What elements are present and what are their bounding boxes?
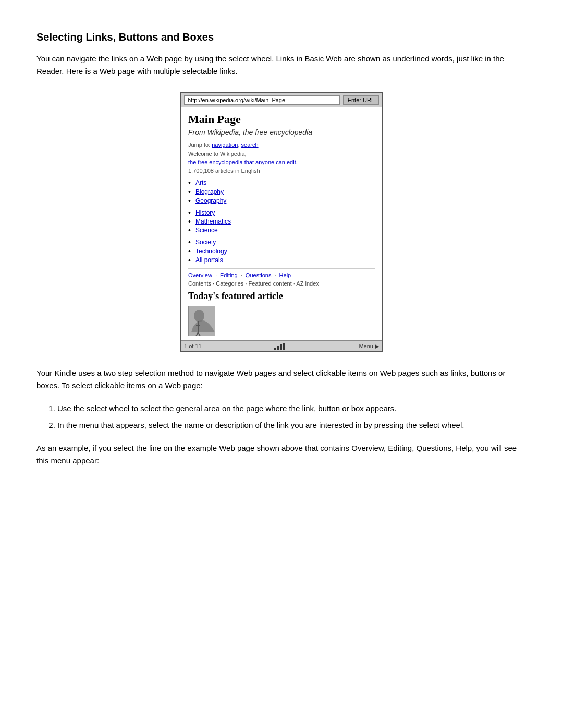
bullet-icon: • (188, 208, 195, 217)
list-item: • History (188, 209, 375, 217)
list-group-3: • Society • Technology • All portals (188, 239, 375, 264)
list-group-1: • Arts • Biography • Geography (188, 179, 375, 205)
numbered-list: Use the select wheel to select the gener… (57, 402, 527, 431)
az-index-link[interactable]: AZ index (296, 280, 319, 287)
browser-toolbar: http://en.wikipedia.org/wiki/Main_Page E… (181, 93, 382, 107)
wiki-nav-line-1: Overview · Editing · Questions · Help (188, 268, 375, 278)
list-item: • All portals (188, 256, 375, 264)
url-bar[interactable]: http://en.wikipedia.org/wiki/Main_Page (184, 95, 340, 105)
featured-article-image (188, 306, 215, 336)
overview-link[interactable]: Overview (188, 272, 212, 278)
list-item-1: Use the select wheel to select the gener… (57, 402, 527, 415)
bullet-icon: • (188, 179, 195, 187)
wiki-jump-text: Jump to: navigation, search Welcome to W… (188, 141, 375, 175)
bullet-icon: • (188, 188, 195, 196)
editing-link[interactable]: Editing (220, 272, 238, 278)
svg-rect-8 (277, 346, 279, 350)
bullet-icon: • (188, 226, 195, 235)
biography-link[interactable]: Biography (195, 188, 224, 195)
arts-link[interactable]: Arts (195, 179, 206, 187)
signal-bars-icon (273, 342, 288, 350)
list-item: • Technology (188, 248, 375, 255)
browser-content: Main Page From Wikipedia, the free encyc… (181, 107, 382, 340)
encyclopedia-link[interactable]: the free encyclopedia that anyone can ed… (188, 159, 298, 165)
technology-link[interactable]: Technology (195, 248, 227, 255)
list-item-2: In the menu that appears, select the nam… (57, 419, 527, 431)
all-portals-link[interactable]: All portals (195, 256, 223, 264)
list-item: • Geography (188, 197, 375, 205)
contents-link[interactable]: Contents (188, 280, 211, 287)
signal-indicator (273, 342, 288, 350)
featured-content-link[interactable]: Featured content (249, 280, 292, 287)
wiki-subtitle: From Wikipedia, the free encyclopedia (188, 128, 375, 137)
list-item: • Mathematics (188, 218, 375, 226)
list-item: • Biography (188, 188, 375, 196)
history-link[interactable]: History (195, 209, 215, 216)
geography-link[interactable]: Geography (195, 197, 226, 204)
search-link[interactable]: search (241, 142, 259, 148)
bullet-icon: • (188, 256, 195, 264)
bullet-icon: • (188, 247, 195, 255)
categories-link[interactable]: Categories (216, 280, 243, 287)
society-link[interactable]: Society (195, 239, 216, 246)
nav-link[interactable]: navigation (212, 142, 238, 148)
enter-url-button[interactable]: Enter URL (343, 95, 379, 105)
bullet-icon: • (188, 217, 195, 226)
list-item: • Society (188, 239, 375, 246)
body-paragraph: Your Kindle uses a two step selection me… (36, 367, 527, 392)
bullet-icon: • (188, 238, 195, 246)
mathematics-link[interactable]: Mathematics (195, 218, 231, 225)
science-link[interactable]: Science (195, 227, 218, 234)
list-item: • Science (188, 227, 375, 235)
browser-statusbar: 1 of 11 Menu ▶ (181, 340, 382, 351)
menu-button[interactable]: Menu ▶ (359, 343, 379, 350)
browser-wrapper: http://en.wikipedia.org/wiki/Main_Page E… (36, 92, 527, 352)
svg-rect-7 (274, 348, 276, 350)
list-group-2: • History • Mathematics • Science (188, 209, 375, 235)
browser-frame: http://en.wikipedia.org/wiki/Main_Page E… (180, 92, 383, 352)
list-item: • Arts (188, 179, 375, 187)
wiki-nav-line-2: Contents · Categories · Featured content… (188, 280, 375, 287)
page-title: Selecting Links, Buttons and Boxes (36, 31, 527, 43)
svg-rect-9 (280, 344, 282, 350)
intro-paragraph: You can navigate the links on a Web page… (36, 53, 527, 78)
help-link[interactable]: Help (279, 272, 291, 278)
bullet-icon: • (188, 196, 195, 205)
closing-paragraph: As an example, if you select the line on… (36, 442, 527, 467)
questions-link[interactable]: Questions (246, 272, 272, 278)
wiki-main-title: Main Page (188, 113, 375, 126)
featured-article-title: Today's featured article (188, 291, 375, 302)
page-count: 1 of 11 (184, 343, 202, 349)
svg-point-1 (194, 310, 204, 322)
svg-rect-10 (283, 343, 285, 350)
